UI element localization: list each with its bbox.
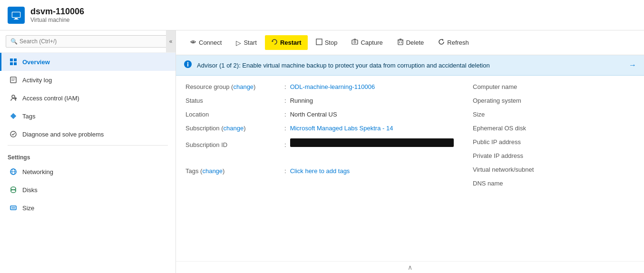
sidebar-item-size[interactable]: Size <box>0 199 176 217</box>
subscription-value[interactable]: Microsoft Managed Labs Spektra - 14 <box>290 125 393 132</box>
access-control-icon <box>9 94 18 102</box>
sidebar-item-overview[interactable]: Overview <box>0 53 176 71</box>
svg-rect-26 <box>316 39 322 45</box>
diagnose-icon <box>9 130 18 138</box>
capture-button[interactable]: Capture <box>345 35 389 50</box>
svg-point-28 <box>354 41 356 43</box>
svg-rect-24 <box>11 207 15 209</box>
tags-icon <box>9 112 18 120</box>
capture-label: Capture <box>361 39 382 46</box>
search-icon: 🔍 <box>10 38 18 45</box>
vm-title: dsvm-110006 <box>30 7 84 17</box>
svg-rect-2 <box>15 18 18 19</box>
svg-rect-27 <box>352 40 358 44</box>
page-header: dsvm-110006 Virtual machine <box>0 0 644 30</box>
details-left-column: Resource group (change) : ODL-machine-le… <box>185 83 454 194</box>
resource-group-label: Resource group (change) <box>185 83 281 90</box>
sidebar-item-diagnose[interactable]: Diagnose and solve problems <box>0 125 176 143</box>
start-button[interactable]: ▷ Start <box>230 36 263 50</box>
os-label: Operating system <box>473 97 634 104</box>
sidebar-search-container: 🔍 « <box>0 30 176 53</box>
connect-icon <box>190 39 196 47</box>
resource-group-change-link[interactable]: change <box>233 83 254 90</box>
search-input[interactable] <box>6 35 170 48</box>
detail-row-status: Status : Running <box>185 97 454 104</box>
tags-change-link[interactable]: change <box>202 167 223 175</box>
start-label: Start <box>244 39 256 46</box>
detail-row-subscription: Subscription (change) : Microsoft Manage… <box>185 125 454 132</box>
sidebar-item-networking[interactable]: Networking <box>0 163 176 181</box>
delete-label: Delete <box>406 39 424 46</box>
sidebar-item-disks[interactable]: Disks <box>0 181 176 199</box>
advisor-banner: Advisor (1 of 2): Enable virtual machine… <box>176 55 644 76</box>
ephemeral-label: Ephemeral OS disk <box>473 125 634 132</box>
tags-add-link[interactable]: Click here to add tags <box>290 167 350 175</box>
vm-icon <box>8 7 25 24</box>
delete-button[interactable]: Delete <box>391 35 430 50</box>
disks-icon <box>9 185 18 194</box>
tags-row: Tags (change) : Click here to add tags <box>185 167 454 175</box>
delete-icon <box>397 39 404 47</box>
svg-rect-3 <box>14 19 19 20</box>
sidebar: 🔍 « Overview <box>0 30 176 273</box>
stop-icon <box>316 39 322 47</box>
size-right-label: Size <box>473 111 634 118</box>
vnet-label: Virtual network/subnet <box>473 166 634 173</box>
dns-label: DNS name <box>473 180 634 187</box>
restart-button[interactable]: Restart <box>265 35 308 50</box>
status-label: Status <box>185 97 281 104</box>
svg-point-11 <box>12 95 15 98</box>
svg-point-37 <box>187 62 188 63</box>
sidebar-item-activity-log[interactable]: Activity log <box>0 71 176 89</box>
sidebar-item-iam-label: Access control (IAM) <box>22 95 79 102</box>
private-ip-label: Private IP address <box>473 152 634 159</box>
sidebar-item-size-label: Size <box>22 205 34 212</box>
stop-button[interactable]: Stop <box>310 35 344 50</box>
connect-button[interactable]: Connect <box>184 35 228 50</box>
restart-label: Restart <box>280 39 302 46</box>
sidebar-item-diagnose-label: Diagnose and solve problems <box>22 131 104 138</box>
toolbar: Connect ▷ Start Restart <box>176 30 644 55</box>
resource-group-value[interactable]: ODL-machine-learning-110006 <box>290 83 375 90</box>
svg-point-25 <box>193 41 194 43</box>
start-icon: ▷ <box>236 39 241 47</box>
sidebar-item-disks-label: Disks <box>22 186 38 194</box>
svg-marker-14 <box>10 113 16 119</box>
details-columns: Resource group (change) : ODL-machine-le… <box>185 83 634 194</box>
settings-section-label: Settings <box>0 147 176 163</box>
scroll-indicator[interactable]: ∧ <box>176 261 644 273</box>
details-area: Resource group (change) : ODL-machine-le… <box>176 76 644 261</box>
subscription-change-link[interactable]: change <box>223 125 244 132</box>
header-text-block: dsvm-110006 Virtual machine <box>30 7 84 23</box>
sidebar-collapse-button[interactable]: « <box>166 30 176 52</box>
sidebar-item-tags[interactable]: Tags <box>0 107 176 125</box>
detail-row-resource-group: Resource group (change) : ODL-machine-le… <box>185 83 454 90</box>
svg-point-19 <box>11 187 16 190</box>
svg-rect-7 <box>14 62 17 65</box>
refresh-label: Refresh <box>447 39 469 46</box>
advisor-text: Advisor (1 of 2): Enable virtual machine… <box>197 62 490 69</box>
restart-icon <box>271 39 278 47</box>
sidebar-item-access-control[interactable]: Access control (IAM) <box>0 89 176 107</box>
status-value: Running <box>290 97 313 104</box>
location-label: Location <box>185 111 281 118</box>
advisor-arrow-icon[interactable]: → <box>629 61 636 69</box>
sidebar-item-networking-label: Networking <box>22 168 53 176</box>
public-ip-label: Public IP address <box>473 138 634 146</box>
activity-log-icon <box>9 76 18 84</box>
svg-rect-4 <box>10 58 13 61</box>
refresh-button[interactable]: Refresh <box>432 35 475 50</box>
svg-rect-6 <box>10 62 13 65</box>
capture-icon <box>351 39 358 47</box>
subscription-id-label: Subscription ID <box>185 141 281 148</box>
svg-rect-29 <box>354 39 356 40</box>
refresh-icon <box>438 39 445 47</box>
scroll-up-icon: ∧ <box>408 263 412 271</box>
networking-icon <box>9 167 18 176</box>
sidebar-divider <box>8 145 168 146</box>
svg-point-22 <box>11 190 16 193</box>
sidebar-item-overview-label: Overview <box>22 58 50 66</box>
stop-label: Stop <box>325 39 338 46</box>
sidebar-nav: Overview Activity log <box>0 53 176 273</box>
subscription-label: Subscription (change) <box>185 125 281 132</box>
